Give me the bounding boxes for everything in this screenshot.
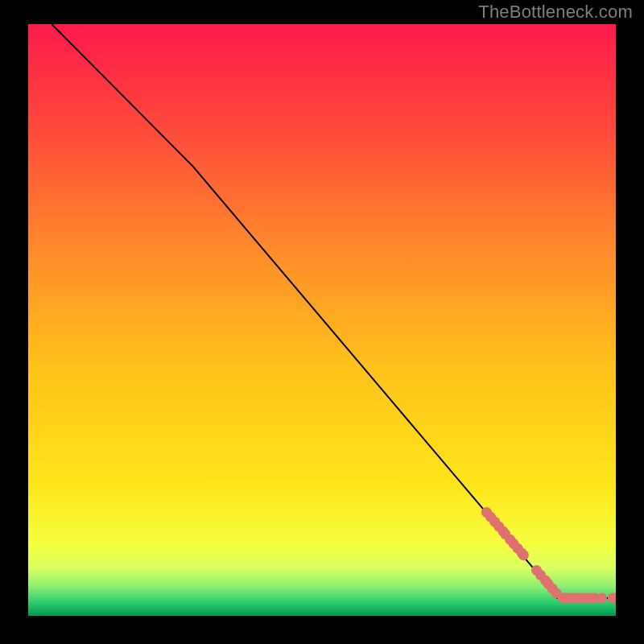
plot-area xyxy=(28,24,616,616)
chart-frame: TheBottleneck.com xyxy=(0,0,644,644)
marker-point xyxy=(518,550,529,560)
chart-svg xyxy=(28,24,616,616)
attribution-text: TheBottleneck.com xyxy=(478,2,633,23)
marker-point xyxy=(597,592,607,603)
